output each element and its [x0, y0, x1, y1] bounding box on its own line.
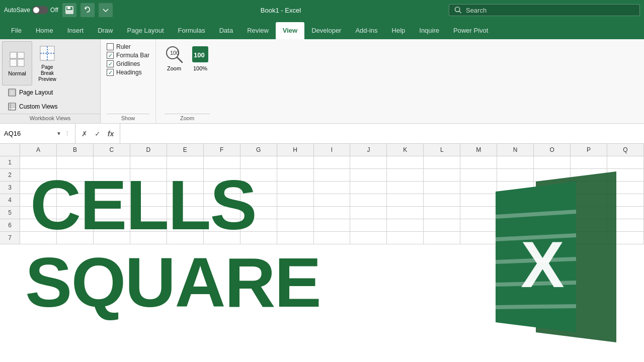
col-E[interactable]: E [167, 144, 204, 156]
formula-bar-checkbox-row[interactable]: ✓ Formula Bar [107, 52, 149, 59]
tab-inquire[interactable]: Inquire [412, 22, 446, 39]
row-3[interactable]: 3 [0, 182, 20, 194]
tab-draw[interactable]: Draw [91, 22, 120, 39]
title-bar-left: AutoSave Off [4, 3, 113, 17]
gridlines-checkbox-row[interactable]: ✓ Gridlines [107, 60, 149, 67]
ruler-checkbox[interactable] [107, 43, 114, 50]
col-K[interactable]: K [387, 144, 424, 156]
col-C[interactable]: C [94, 144, 130, 156]
spreadsheet-rows: 1 2 [0, 156, 644, 244]
row-5[interactable]: 5 [0, 207, 20, 219]
col-O[interactable]: O [534, 144, 571, 156]
ruler-checkbox-row[interactable]: Ruler [107, 43, 149, 50]
custom-views-row: Custom Views [0, 100, 100, 114]
cell-d1[interactable] [130, 156, 167, 168]
col-A[interactable]: A [20, 144, 57, 156]
row-1[interactable]: 1 [0, 156, 20, 168]
cell-n1[interactable] [497, 156, 534, 168]
autosave-toggle[interactable] [32, 6, 48, 14]
tab-review[interactable]: Review [240, 22, 276, 39]
cell-p1[interactable] [571, 156, 607, 168]
col-Q[interactable]: Q [607, 144, 644, 156]
svg-line-49 [496, 306, 576, 307]
col-P[interactable]: P [571, 144, 607, 156]
formula-cross-icon[interactable]: ✗ [78, 128, 91, 140]
col-G[interactable]: G [240, 144, 277, 156]
tab-home[interactable]: Home [29, 22, 60, 39]
row-2[interactable]: 2 [0, 169, 20, 181]
formula-check-icon[interactable]: ✓ [92, 128, 104, 140]
zoom-button[interactable]: 100 Zoom [162, 43, 186, 72]
tab-formulas[interactable]: Formulas [171, 22, 212, 39]
zoom-100-button[interactable]: 100 100% [188, 43, 212, 72]
page-break-preview-button[interactable]: Page BreakPreview [32, 41, 62, 85]
name-box-more-icon[interactable]: ⋮ [63, 130, 71, 137]
table-row: 7 [0, 232, 644, 244]
cell-l1[interactable] [424, 156, 460, 168]
cell-j1[interactable] [350, 156, 387, 168]
row-7[interactable]: 7 [0, 232, 20, 244]
workbook-views-label: Workbook Views [0, 114, 100, 123]
undo-button[interactable] [80, 3, 95, 17]
col-N[interactable]: N [497, 144, 534, 156]
col-B[interactable]: B [57, 144, 94, 156]
headings-checkbox-row[interactable]: ✓ Headings [107, 69, 149, 76]
table-row: 3 [0, 182, 644, 194]
col-M[interactable]: M [460, 144, 497, 156]
custom-views-label: Custom Views [19, 103, 57, 110]
formula-bar-label: Formula Bar [116, 52, 149, 59]
cell-f1[interactable] [204, 156, 240, 168]
col-H[interactable]: H [277, 144, 314, 156]
tab-file[interactable]: File [4, 22, 29, 39]
sheet-container: 1 2 [0, 156, 644, 362]
ribbon-content: Normal [0, 39, 644, 124]
svg-rect-6 [10, 52, 17, 58]
name-box-dropdown-arrow[interactable]: ▼ [56, 131, 61, 136]
cell-k1[interactable] [387, 156, 424, 168]
col-I[interactable]: I [314, 144, 351, 156]
page-layout-button[interactable]: Page Layout [4, 86, 57, 99]
headings-checkbox[interactable]: ✓ [107, 69, 114, 76]
tab-help[interactable]: Help [385, 22, 413, 39]
cell-q1[interactable] [607, 156, 644, 168]
svg-marker-3 [85, 8, 87, 10]
tab-developer[interactable]: Developer [304, 22, 348, 39]
save-button[interactable] [62, 3, 76, 17]
formula-fx-icon[interactable]: fx [105, 128, 117, 140]
cell-i1[interactable] [314, 156, 351, 168]
search-icon [454, 6, 462, 14]
col-J[interactable]: J [350, 144, 387, 156]
normal-view-button[interactable]: Normal [2, 41, 32, 85]
normal-label: Normal [8, 70, 26, 76]
col-F[interactable]: F [204, 144, 240, 156]
row-4[interactable]: 4 [0, 194, 20, 206]
col-D[interactable]: D [130, 144, 167, 156]
tab-view[interactable]: View [276, 22, 304, 39]
tab-data[interactable]: Data [212, 22, 240, 39]
formula-bar-checkbox[interactable]: ✓ [107, 52, 114, 59]
row-6[interactable]: 6 [0, 219, 20, 231]
cell-e1[interactable] [167, 156, 204, 168]
cell-a1[interactable] [20, 156, 57, 168]
gridlines-checkbox[interactable]: ✓ [107, 60, 114, 67]
tab-addins[interactable]: Add-ins [348, 22, 384, 39]
name-box-value[interactable]: AQ16 [4, 130, 54, 137]
cell-b1[interactable] [57, 156, 94, 168]
svg-rect-1 [67, 7, 70, 9]
custom-views-button[interactable]: Custom Views [4, 101, 61, 113]
formula-input[interactable] [120, 124, 644, 143]
cell-c1[interactable] [94, 156, 130, 168]
customize-qat-button[interactable] [99, 3, 113, 17]
cell-m1[interactable] [460, 156, 497, 168]
search-input[interactable] [466, 7, 634, 14]
ribbon-tabs: File Home Insert Draw Page Layout Formul… [0, 20, 644, 39]
cell-o1[interactable] [534, 156, 571, 168]
table-row: 4 [0, 194, 644, 207]
tab-insert[interactable]: Insert [60, 22, 91, 39]
tab-powerpivot[interactable]: Power Pivot [446, 22, 495, 39]
tab-pagelayout[interactable]: Page Layout [120, 22, 171, 39]
cell-h1[interactable] [277, 156, 314, 168]
cell-g1[interactable] [240, 156, 277, 168]
col-L[interactable]: L [424, 144, 460, 156]
autosave-button[interactable]: AutoSave Off [4, 6, 58, 14]
